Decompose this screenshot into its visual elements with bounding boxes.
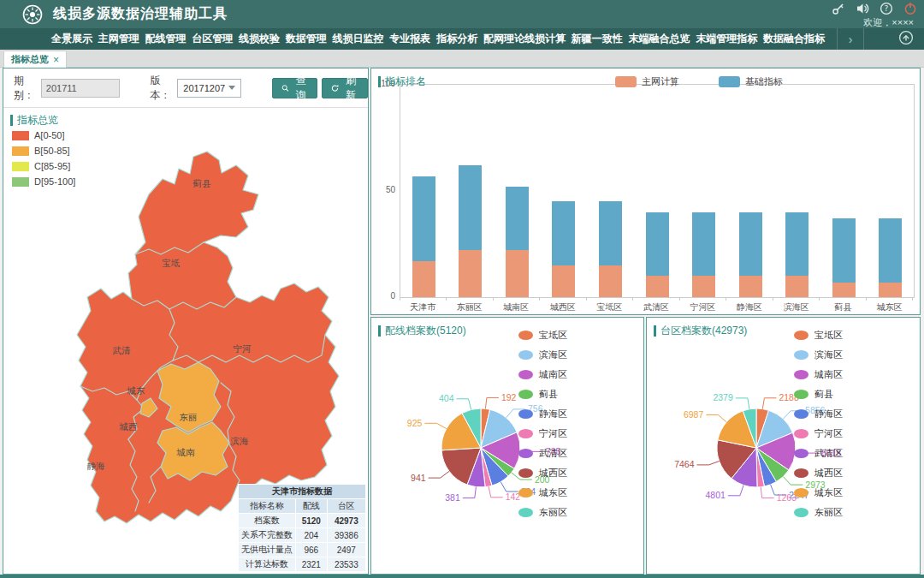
bar-segment-主网计算[interactable] [412, 261, 435, 297]
legend-item-城南区[interactable]: 城南区 [518, 369, 567, 380]
table-cell-value: 5120 [296, 514, 328, 528]
bar-segment-基础指标[interactable] [832, 218, 856, 282]
close-icon[interactable]: × [53, 54, 59, 66]
bar-城西区[interactable] [552, 85, 575, 297]
legend-item-滨海区[interactable]: 滨海区 [518, 349, 567, 361]
map-label-chengnan: 城南 [176, 447, 196, 457]
legend-label: 城西区 [539, 467, 567, 480]
legend-item-武清区[interactable]: 武清区 [794, 448, 843, 459]
map-panel-title: 指标总览 [10, 113, 58, 128]
nav-item-4[interactable]: 台区管理 [192, 32, 233, 46]
welcome-text: 欢迎，×××× [863, 16, 914, 29]
speaker-icon[interactable] [856, 2, 869, 15]
legend-item-蓟县[interactable]: 蓟县 [518, 389, 567, 400]
legend-item-东丽区[interactable]: 东丽区 [518, 507, 567, 518]
map-legend-item-A[interactable]: A[0-50] [12, 130, 75, 140]
bar-segment-基础指标[interactable] [692, 212, 715, 276]
pie-label-line [697, 462, 720, 465]
legend-item-基础指标[interactable]: 基础指标 [719, 75, 783, 88]
bar-segment-基础指标[interactable] [785, 212, 808, 276]
bar-segment-主网计算[interactable] [832, 283, 856, 297]
bar-蓟县[interactable] [832, 85, 856, 297]
nav-item-9[interactable]: 指标分析 [436, 32, 477, 46]
nav-item-6[interactable]: 数据管理 [286, 32, 327, 46]
bar-segment-主网计算[interactable] [506, 250, 529, 297]
nav-item-14[interactable]: 数据融合指标 [763, 32, 825, 46]
legend-item-宝坻区[interactable]: 宝坻区 [518, 330, 567, 341]
bar-城东区[interactable] [879, 85, 902, 297]
legend-item-宁河区[interactable]: 宁河区 [518, 428, 567, 439]
power-icon[interactable] [903, 2, 917, 15]
legend-item-滨海区[interactable]: 滨海区 [794, 349, 843, 361]
bar-segment-主网计算[interactable] [599, 265, 622, 297]
refresh-button[interactable]: 刷新 [322, 78, 368, 98]
legend-item-城西区[interactable]: 城西区 [794, 468, 843, 479]
tab-indicator-overview[interactable]: 指标总览 × [3, 51, 67, 68]
nav-item-10[interactable]: 配网理论线损计算 [483, 32, 566, 46]
table-cell-name: 档案数 [239, 514, 296, 528]
bar-segment-基础指标[interactable] [459, 165, 482, 250]
bar-武清区[interactable] [646, 85, 669, 297]
pie-label-line [457, 399, 471, 410]
legend-label: 武清区 [814, 447, 843, 460]
bar-滨海区[interactable] [785, 85, 808, 297]
legend-item-城西区[interactable]: 城西区 [518, 468, 567, 479]
bar-segment-基础指标[interactable] [506, 187, 529, 250]
bar-segment-基础指标[interactable] [646, 212, 669, 276]
legend-swatch [615, 76, 637, 87]
bar-segment-主网计算[interactable] [646, 276, 669, 297]
bar-segment-主网计算[interactable] [739, 276, 762, 297]
legend-item-东丽区[interactable]: 东丽区 [794, 507, 843, 518]
version-select[interactable]: 20171207 [177, 79, 240, 98]
legend-item-武清区[interactable]: 武清区 [518, 448, 567, 459]
bar-segment-基础指标[interactable] [739, 212, 762, 276]
legend-item-静海区[interactable]: 静海区 [518, 408, 567, 420]
bar-segment-主网计算[interactable] [692, 276, 715, 297]
bar-宁河区[interactable] [692, 85, 715, 297]
bar-静海区[interactable] [739, 85, 762, 297]
nav-item-7[interactable]: 线损日监控 [333, 32, 384, 46]
bar-segment-主网计算[interactable] [459, 250, 482, 297]
legend-item-城东区[interactable]: 城东区 [794, 487, 843, 498]
bar-segment-主网计算[interactable] [785, 276, 808, 297]
wrench-icon[interactable] [832, 2, 845, 15]
period-input[interactable] [41, 79, 120, 98]
map-legend-item-C[interactable]: C[85-95] [12, 161, 75, 171]
bar-东丽区[interactable] [459, 85, 482, 297]
map-legend-item-D[interactable]: D[95-100] [12, 176, 75, 187]
query-button[interactable]: 查询 [272, 78, 318, 98]
bar-segment-主网计算[interactable] [879, 283, 902, 297]
bar-segment-基础指标[interactable] [599, 201, 622, 265]
nav-item-8[interactable]: 专业报表 [389, 32, 430, 46]
bar-segment-主网计算[interactable] [552, 265, 575, 297]
nav-item-1[interactable]: 全景展示 [51, 32, 92, 46]
pie-legend-icon [794, 508, 808, 517]
bar-segment-基础指标[interactable] [552, 201, 575, 265]
legend-item-主网计算[interactable]: 主网计算 [615, 75, 679, 88]
legend-item-城南区[interactable]: 城南区 [794, 369, 843, 380]
legend-item-静海区[interactable]: 静海区 [794, 408, 843, 420]
bar-城南区[interactable] [506, 85, 529, 297]
nav-more-button[interactable]: › [837, 28, 864, 50]
nav-item-2[interactable]: 主网管理 [98, 32, 139, 46]
legend-item-宝坻区[interactable]: 宝坻区 [794, 330, 843, 341]
map-legend-item-B[interactable]: B[50-85] [12, 146, 75, 156]
nav-item-12[interactable]: 末端融合总览 [628, 32, 690, 46]
help-icon[interactable]: ? [880, 2, 893, 15]
legend-item-城东区[interactable]: 城东区 [518, 487, 567, 498]
legend-item-宁河区[interactable]: 宁河区 [794, 428, 843, 439]
bar-天津市[interactable] [412, 85, 435, 297]
map-legend: A[0-50]B[50-85]C[85-95]D[95-100] [12, 130, 75, 192]
nav-item-13[interactable]: 末端管理指标 [696, 32, 757, 46]
bar-segment-基础指标[interactable] [879, 218, 902, 282]
nav-item-5[interactable]: 线损校验 [239, 32, 280, 46]
scroll-top-icon[interactable] [898, 30, 914, 49]
bar-segment-基础指标[interactable] [412, 176, 435, 261]
nav-item-11[interactable]: 新疆一致性 [572, 32, 623, 46]
pie-label-line [736, 398, 749, 409]
pie-legend-icon [518, 468, 533, 478]
bar-宝坻区[interactable] [599, 85, 622, 297]
nav-item-3[interactable]: 配线管理 [145, 32, 187, 46]
pie-legend-icon [518, 488, 533, 498]
legend-item-蓟县[interactable]: 蓟县 [794, 389, 843, 400]
